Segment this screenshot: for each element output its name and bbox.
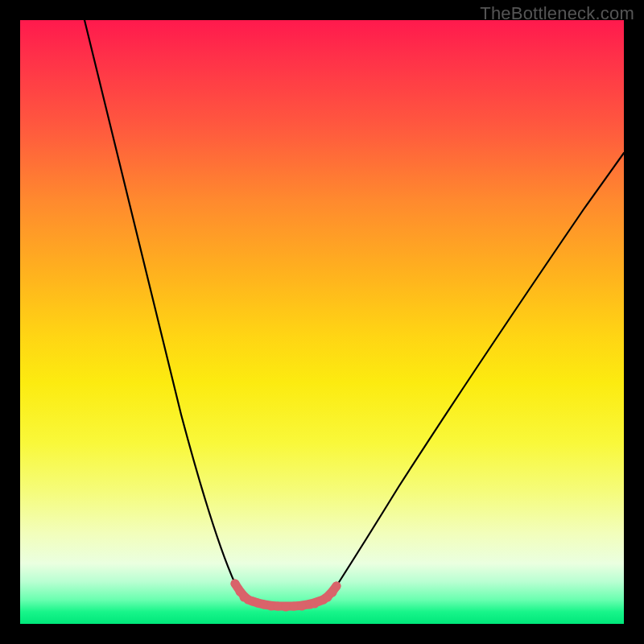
svg-point-10 bbox=[290, 602, 299, 611]
svg-point-8 bbox=[274, 602, 283, 611]
curve-svg bbox=[20, 20, 624, 624]
svg-point-11 bbox=[298, 602, 307, 611]
svg-point-0 bbox=[231, 580, 240, 588]
v-curve-left bbox=[85, 20, 253, 601]
svg-point-9 bbox=[282, 603, 291, 612]
plot-area bbox=[20, 20, 624, 624]
v-curve-right bbox=[319, 153, 624, 601]
red-overlay-dots bbox=[231, 580, 341, 612]
svg-point-18 bbox=[332, 582, 341, 591]
chart-frame: TheBottleneck.com bbox=[0, 0, 644, 644]
